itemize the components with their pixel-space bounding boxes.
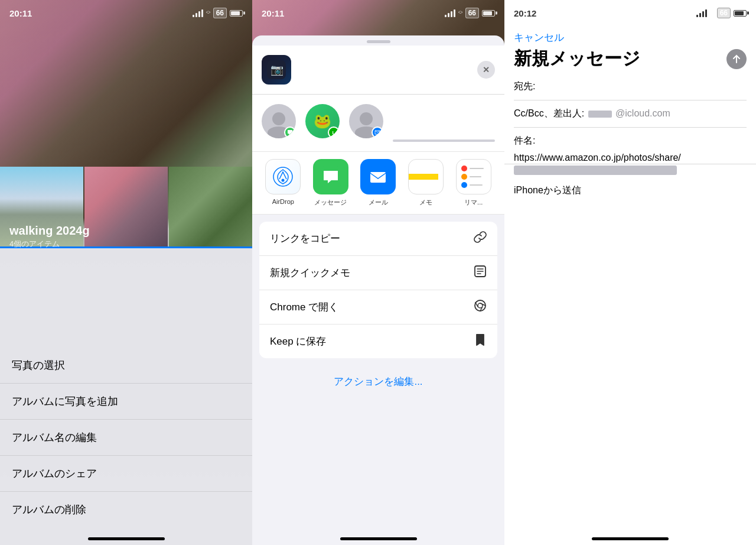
share-app-mail[interactable]: メール xyxy=(357,159,400,207)
badge-line: L xyxy=(328,126,340,138)
memo-label: メモ xyxy=(419,198,432,207)
statusbar-panel1: 20:11 ⌔ 66 xyxy=(0,0,252,26)
badge-mail xyxy=(372,126,383,138)
battery-icon-3 xyxy=(734,10,747,17)
wifi-icon-2: ⌔ xyxy=(458,9,462,17)
bar3 xyxy=(451,11,452,17)
badge-messages xyxy=(284,126,296,138)
airdrop-icon xyxy=(265,159,301,194)
menu-edit-name[interactable]: アルバム名の編集 xyxy=(0,420,252,456)
home-indicator-panel1 xyxy=(88,537,165,540)
chrome-icon xyxy=(474,299,487,315)
album-count: 4個のアイテム xyxy=(9,239,90,249)
home-indicator-panel3 xyxy=(592,537,669,540)
action-quick-note-label: 新規クイックメモ xyxy=(270,266,350,280)
sheet-handle xyxy=(367,40,390,43)
action-keep[interactable]: Keep に保存 xyxy=(259,325,497,358)
avatar-3 xyxy=(349,104,383,138)
share-app-reminders[interactable]: リマ... xyxy=(452,159,495,207)
contact-item-1[interactable] xyxy=(262,104,296,142)
action-chrome[interactable]: Chrome で開く xyxy=(259,290,497,325)
signal-icon-2 xyxy=(445,9,455,17)
compose-title: 新規メッセージ xyxy=(514,47,640,71)
cc-value: @icloud.com xyxy=(615,108,670,118)
svg-point-3 xyxy=(282,179,285,182)
album-info: walking 2024g 4個のアイテム xyxy=(9,224,90,249)
bar3 xyxy=(198,11,200,17)
sent-from: iPhoneから送信 xyxy=(514,184,747,197)
menu-share-album[interactable]: アルバムのシェア xyxy=(0,456,252,492)
contacts-row: 🐸 L xyxy=(252,95,504,152)
avatar-head-3 xyxy=(360,112,373,125)
bar2 xyxy=(448,13,449,17)
grid-cell-3 xyxy=(169,167,252,246)
menu-delete-album[interactable]: アルバムの削除 xyxy=(0,492,252,527)
edit-actions-button[interactable]: アクションを編集... xyxy=(252,365,504,398)
panel2-share: 20:11 ⌔ 66 📷 ✕ xyxy=(252,0,504,545)
lte-badge-2: 66 xyxy=(465,8,479,18)
wifi-icon: ⌔ xyxy=(206,9,210,17)
context-menu: 写真の選択 アルバムに写真を追加 アルバム名の編集 アルバムのシェア アルバムの… xyxy=(0,248,252,545)
status-icons-panel1: ⌔ 66 xyxy=(193,8,243,18)
to-field[interactable]: 宛先: xyxy=(514,73,747,100)
bar1 xyxy=(193,15,194,17)
share-app-airdrop[interactable]: AirDrop xyxy=(262,159,305,207)
contact-item-3[interactable] xyxy=(349,104,383,142)
panel3-compose: 20:12 ⌔ 66 キャンセル 新規メッセージ 宛先: xyxy=(504,0,756,545)
compose-url: https://www.amazon.co.jp/photos/share/ xyxy=(514,151,747,175)
cc-field[interactable]: Cc/Bcc、差出人: @icloud.com xyxy=(514,100,747,128)
compose-body[interactable]: https://www.amazon.co.jp/photos/share/ i… xyxy=(504,142,756,206)
mail-label: メール xyxy=(369,198,388,207)
album-title: walking 2024g xyxy=(9,224,90,238)
menu-select-photos[interactable]: 写真の選択 xyxy=(0,348,252,384)
bar4 xyxy=(201,9,203,17)
close-button[interactable]: ✕ xyxy=(477,61,495,79)
action-keep-label: Keep に保存 xyxy=(270,335,326,348)
to-label: 宛先: xyxy=(514,81,535,91)
send-button[interactable] xyxy=(726,49,747,69)
header-top-row: 新規メッセージ xyxy=(514,47,747,71)
avatar-2: 🐸 L xyxy=(305,104,340,138)
keep-icon xyxy=(474,333,487,349)
cancel-button[interactable]: キャンセル xyxy=(514,31,747,44)
panel1-photos: 20:11 ⌔ 66 walking 2024g 4個のアイテム 写真の選択 ア… xyxy=(0,0,252,545)
sheet-header: 📷 ✕ xyxy=(252,46,504,95)
mail-icon xyxy=(360,159,396,194)
share-app-messages[interactable]: メッセージ xyxy=(309,159,353,207)
statusbar-panel2: 20:11 ⌔ 66 xyxy=(252,0,504,26)
bar4-3 xyxy=(705,9,707,17)
wifi-icon-3: ⌔ xyxy=(710,9,714,17)
action-copy-link[interactable]: リンクをコピー xyxy=(259,222,497,256)
memo-icon xyxy=(408,159,444,194)
status-icons-panel2: ⌔ 66 xyxy=(445,8,495,18)
menu-add-photos[interactable]: アルバムに写真を追加 xyxy=(0,384,252,420)
reminders-icon xyxy=(456,159,491,194)
sender-placeholder xyxy=(588,111,612,118)
time-panel2: 20:11 xyxy=(262,8,284,18)
statusbar-panel3: 20:12 ⌔ 66 xyxy=(504,0,756,26)
bar4 xyxy=(454,9,455,17)
status-icons-panel3: ⌔ 66 xyxy=(696,8,747,18)
svg-text:📷: 📷 xyxy=(271,63,284,76)
lte-badge-3: 66 xyxy=(717,8,731,18)
action-list: リンクをコピー 新規クイックメモ Chrome xyxy=(259,222,497,358)
home-indicator-panel2 xyxy=(340,537,417,540)
share-app-memo[interactable]: メモ xyxy=(405,159,448,207)
app-icon-amazon-photos: 📷 xyxy=(262,55,291,85)
battery-icon xyxy=(230,10,243,17)
action-chrome-label: Chrome で開く xyxy=(270,300,338,314)
bar2-3 xyxy=(699,13,701,17)
time-panel3: 20:12 xyxy=(514,8,536,18)
bar1-3 xyxy=(696,15,698,17)
avatar-1 xyxy=(262,104,296,138)
url-hidden-part xyxy=(514,166,677,175)
bar3-3 xyxy=(702,11,704,17)
share-apps-row: AirDrop メッセージ xyxy=(252,152,504,215)
svg-point-8 xyxy=(475,300,485,311)
lte-badge: 66 xyxy=(213,8,227,18)
cc-label: Cc/Bcc、差出人: xyxy=(514,108,584,118)
contact-item-2[interactable]: 🐸 L xyxy=(305,104,340,142)
action-quick-note[interactable]: 新規クイックメモ xyxy=(259,256,497,290)
action-copy-link-label: リンクをコピー xyxy=(270,232,340,245)
time-panel1: 20:11 xyxy=(9,8,32,18)
